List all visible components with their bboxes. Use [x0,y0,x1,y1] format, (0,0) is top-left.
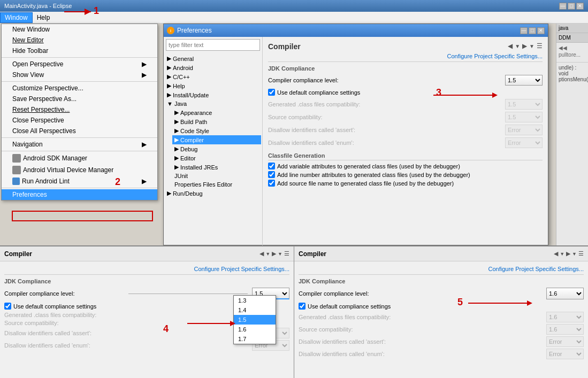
dialog-close-btn[interactable]: ✕ [537,27,545,34]
maximize-btn[interactable]: □ [568,3,575,10]
jdk-section: JDK Compliance [268,65,543,72]
br-use-default-label: Use default compliance settings [308,303,391,310]
enum-select[interactable]: Error [505,137,543,148]
br-compliance-label: Compiler compliance level: [299,290,546,297]
classfile-cb3[interactable] [268,180,275,187]
br-config-link[interactable]: Configure Project Specific Settings... [299,266,584,272]
br-nav-menu[interactable]: ☰ [578,250,584,257]
tree-item-help[interactable]: ▶Help [165,81,261,90]
menu-avd-manager[interactable]: Android Virtual Device Manager [2,164,157,176]
use-default-checkbox[interactable] [268,89,275,96]
menu-hide-toolbar[interactable]: Hide Toolbar [2,45,157,56]
tree-item-general[interactable]: ▶General [165,54,261,63]
bl-enum-label: Disallow identifiers called 'enum': [4,342,252,349]
annotation-5: 5 [457,297,463,308]
filter-input[interactable] [166,39,260,51]
tree-item-appearance[interactable]: ▶Appearance [172,108,261,117]
enum-label: Disallow identifiers called 'enum': [268,140,505,146]
source-select[interactable]: 1.5 [505,112,543,122]
br-enum-label: Disallow identifiers called 'enum': [299,351,546,357]
menu-reset-perspective[interactable]: Reset Perspective... [2,104,157,115]
compliance-select[interactable]: 1.5 [505,75,543,86]
nav-fwd-btn[interactable]: ▶ [522,42,527,50]
tree-item-junit[interactable]: JUnit [172,172,261,180]
close-btn[interactable]: ✕ [576,3,584,10]
br-assert-select[interactable]: Error [546,336,584,347]
tree-item-installed-jres[interactable]: ▶Installed JREs [172,163,261,172]
tree-item-properties[interactable]: Properties Files Editor [172,180,261,189]
menu-android-sdk[interactable]: Android SDK Manager [2,152,157,164]
nav-dropdown-btn[interactable]: ▼ [515,43,520,49]
config-link[interactable]: Configure Project Specific Settings... [268,53,543,59]
option-1-5[interactable]: 1.5 [234,315,276,325]
classfile-label2: Add line number attributes to generated … [277,172,470,178]
bl-nav-back[interactable]: ◀ [259,250,264,257]
bl-nav-fwd-dropdown[interactable]: ▼ [278,251,282,257]
classfile-cb2[interactable] [268,171,275,178]
title-bar-title: MainActivity.java - Eclipse [4,3,559,9]
br-generated-select[interactable]: 1.6 [546,312,584,322]
tree-item-editor[interactable]: ▶Editor [172,153,261,163]
bottom-right-panel: Compiler ◀ ▼ ▶ ▼ ☰ Configure Project Spe… [294,246,588,378]
classfile-section: Classfile Generation Add variable attrib… [268,152,543,187]
br-source-select[interactable]: 1.6 [546,324,584,335]
menu-close-perspective[interactable]: Close Perspective [2,115,157,126]
preferences-dialog: i Preferences — □ ✕ ▶General ▶Android ▶C… [163,24,548,245]
menu-save-perspective[interactable]: Save Perspective As... [2,94,157,104]
classfile-cb1[interactable] [268,163,275,169]
bl-nav-fwd[interactable]: ▶ [272,250,276,257]
tree-item-codestyle[interactable]: ▶Code Style [172,126,261,135]
option-1-6[interactable]: 1.6 [234,325,276,334]
dialog-title-bar: i Preferences — □ ✕ [164,24,548,37]
tree-item-install[interactable]: ▶Install/Update [165,90,261,99]
br-nav-back[interactable]: ◀ [554,250,558,257]
menu-run-lint[interactable]: Run Android Lint ▶ [2,176,157,187]
tree-item-buildpath[interactable]: ▶Build Path [172,117,261,126]
generated-select[interactable]: 1.5 [505,99,543,110]
bl-nav-dropdown[interactable]: ▼ [265,251,270,257]
tree-item-cpp[interactable]: ▶C/C++ [165,72,261,81]
tree-item-debug[interactable]: ▶Debug [172,144,261,153]
dialog-min-btn[interactable]: — [520,27,528,34]
menu-preferences[interactable]: Preferences [2,189,157,200]
tree-item-java[interactable]: ▼Java [165,99,261,108]
menu-new-window[interactable]: New Window [2,24,157,35]
assert-select[interactable]: Error [505,125,543,135]
br-enum-select[interactable]: Error [546,349,584,359]
bl-config-link[interactable]: Configure Project Specific Settings... [4,266,289,272]
menu-window[interactable]: Window [0,12,33,23]
tree-item-android[interactable]: ▶Android [165,63,261,72]
eclipse-side-panel: java DDM ◀◀ pulltore... undle) : void pt… [556,24,588,245]
br-nav-dropdown[interactable]: ▼ [560,251,564,257]
nav-menu-btn[interactable]: ☰ [537,42,543,50]
menu-new-editor[interactable]: New Editor [2,35,157,45]
br-compliance-select[interactable]: 1.6 [546,288,584,299]
bottom-left-title: Compiler [4,250,32,258]
menu-show-view[interactable]: Show View▶ [2,70,157,80]
menu-customize-perspective[interactable]: Customize Perspective... [2,83,157,94]
menu-open-perspective[interactable]: Open Perspective▶ [2,59,157,70]
tree-item-rundebug[interactable]: ▶Run/Debug [165,189,261,198]
br-nav-fwd[interactable]: ▶ [566,250,570,257]
option-1-3[interactable]: 1.3 [234,296,276,305]
br-jdk-section: JDK Compliance [299,278,584,284]
bl-nav-menu[interactable]: ☰ [284,250,289,257]
nav-fwd-dropdown-btn[interactable]: ▼ [529,43,534,49]
side-tab-ddm[interactable]: DDM [556,33,588,43]
minimize-btn[interactable]: — [559,3,567,10]
br-nav-fwd-dropdown[interactable]: ▼ [572,251,577,257]
menu-navigation[interactable]: Navigation▶ [2,139,157,150]
side-tab-java[interactable]: java [556,24,588,33]
bl-use-default-checkbox[interactable] [4,303,11,310]
option-1-7[interactable]: 1.7 [234,334,276,344]
dialog-restore-btn[interactable]: □ [529,27,536,34]
use-default-label: Use default compliance settings [277,89,360,96]
br-source-label: Source compatibility: [299,326,546,333]
menu-help[interactable]: Help [33,13,55,22]
nav-back-btn[interactable]: ◀ [508,42,513,50]
br-use-default-checkbox[interactable] [299,303,306,310]
classfile-title: Classfile Generation [268,152,543,160]
menu-close-all-perspectives[interactable]: Close All Perspectives [2,126,157,136]
option-1-4[interactable]: 1.4 [234,305,276,315]
tree-item-compiler[interactable]: ▶Compiler [172,135,261,144]
